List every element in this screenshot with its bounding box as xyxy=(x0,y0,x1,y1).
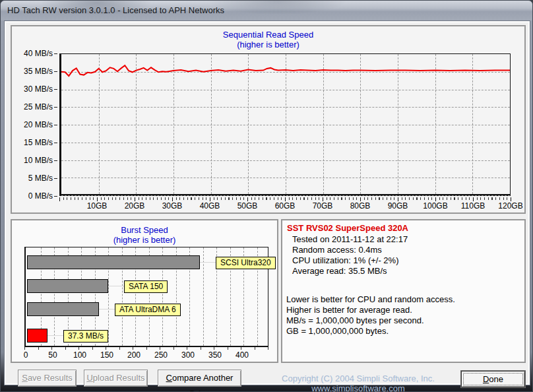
bar-label: ATA UltraDMA 6 xyxy=(115,304,181,316)
x-tick-label: 60GB xyxy=(266,201,304,211)
burst-speed-plot: SCSI Ultra320SATA 150ATA UltraDMA 637.3 … xyxy=(24,247,268,347)
x-tick-label: 80GB xyxy=(341,201,379,211)
bar-label-connector xyxy=(108,286,124,286)
x-tick-label: 10GB xyxy=(78,201,116,211)
x-tick-label: 40GB xyxy=(191,201,229,211)
sequential-read-plot xyxy=(59,53,511,196)
burst-bar xyxy=(27,255,200,269)
drive-name: SST RVS02 SuperSpeed 320A xyxy=(287,223,408,233)
y-tick-label: 30 MB/s xyxy=(15,84,53,94)
info-note-line: GB = 1,000,000,000 bytes. xyxy=(286,326,389,336)
burst-x-tick-label: 150 xyxy=(94,350,120,360)
sequential-chart-title: Sequential Read Speed xyxy=(12,30,524,40)
gridline xyxy=(61,195,510,196)
x-tick-label: 30GB xyxy=(153,201,191,211)
save-results-button[interactable]: Save Results xyxy=(18,370,77,387)
compare-another-drive-button[interactable]: Compare Another Drive xyxy=(158,370,241,387)
y-tick-label: 15 MB/s xyxy=(15,138,53,147)
burst-x-tick-label: 200 xyxy=(121,350,147,360)
burst-chart-subtitle: (higher is better) xyxy=(12,235,277,245)
info-note-line: Higher is better for average read. xyxy=(286,305,412,315)
done-button-label: one xyxy=(489,374,503,384)
info-note-line: Lower is better for CPU and random acces… xyxy=(286,294,455,304)
copyright-text: Copyright (C) 2004 Simpli Software, Inc.… xyxy=(255,374,461,392)
y-tick-label: 25 MB/s xyxy=(15,102,53,112)
drive-info-panel: SST RVS02 SuperSpeed 320A Tested on 2011… xyxy=(281,219,526,363)
save-button-label: ave Results xyxy=(28,373,73,383)
drive-stat-line: Average read: 35.5 MB/s xyxy=(292,266,387,276)
client-area: Sequential Read Speed (higher is better)… xyxy=(4,20,530,385)
burst-x-tick-label: 300 xyxy=(175,350,201,360)
burst-x-tick-label: 50 xyxy=(40,350,66,360)
burst-chart-title: Burst Speed xyxy=(12,225,277,235)
burst-bar xyxy=(27,302,99,316)
drive-stat-line: Random access: 0.4ms xyxy=(292,245,382,255)
drive-stat-line: CPU utilization: 1% (+/- 2%) xyxy=(292,255,398,265)
y-tick-label: 0 MB/s xyxy=(15,191,53,201)
x-tick-label: 20GB xyxy=(115,201,154,211)
burst-speed-panel: Burst Speed (higher is better) SCSI Ultr… xyxy=(11,219,278,363)
burst-x-axis-ticks xyxy=(24,347,268,350)
y-axis-ticks xyxy=(54,53,57,197)
y-tick-label: 20 MB/s xyxy=(15,120,53,129)
burst-x-tick-label: 400 xyxy=(229,350,255,360)
x-tick-label: 110GB xyxy=(454,201,492,211)
burst-x-tick-label: 350 xyxy=(202,350,228,360)
burst-x-tick-label: 250 xyxy=(148,350,174,360)
window-title: HD Tach RW version 3.0.1.0 - Licensed to… xyxy=(7,1,224,20)
burst-bar xyxy=(27,329,47,343)
y-tick-label: 5 MB/s xyxy=(15,174,53,183)
x-tick-label: 90GB xyxy=(379,201,417,211)
done-button-accel: D xyxy=(483,374,489,384)
drive-stat-line: Tested on 2011-11-12 at 22:17 xyxy=(292,234,408,244)
x-tick-label: 50GB xyxy=(228,201,266,211)
upload-button-label: pload Results xyxy=(93,373,145,383)
bar-label-connector xyxy=(200,262,216,263)
x-tick-label: 70GB xyxy=(303,201,342,211)
info-note-line: MB/s = 1,000,000 bytes per second. xyxy=(286,315,424,325)
title-bar[interactable]: HD Tach RW version 3.0.1.0 - Licensed to… xyxy=(1,1,532,20)
y-tick-label: 40 MB/s xyxy=(15,49,53,58)
x-tick-label: 120GB xyxy=(491,201,530,211)
compare-button-label: ompare Another Drive xyxy=(172,373,234,392)
upload-results-button[interactable]: Upload Results xyxy=(84,370,148,387)
burst-x-tick-label: 0 xyxy=(13,350,39,360)
compare-button-accel: C xyxy=(166,373,172,383)
upload-button-accel: U xyxy=(86,373,92,383)
bar-label: SCSI Ultra320 xyxy=(216,257,276,269)
sequential-read-panel: Sequential Read Speed (higher is better)… xyxy=(11,25,526,214)
bar-label-connector xyxy=(47,335,63,336)
read-speed-line xyxy=(61,65,510,76)
bar-label: SATA 150 xyxy=(124,280,168,293)
sequential-chart-subtitle: (higher is better) xyxy=(12,40,524,49)
x-tick-label: 100GB xyxy=(416,201,455,211)
burst-x-tick-label: 100 xyxy=(67,350,93,360)
y-tick-label: 10 MB/s xyxy=(15,156,53,165)
y-tick-label: 35 MB/s xyxy=(15,67,53,76)
burst-bar xyxy=(27,279,108,293)
save-button-accel: S xyxy=(22,373,28,383)
app-window: HD Tach RW version 3.0.1.0 - Licensed to… xyxy=(0,0,533,392)
bar-label-connector xyxy=(99,309,115,310)
done-button[interactable]: Done xyxy=(461,371,525,387)
bar-label: 37.3 MB/s xyxy=(63,330,108,343)
